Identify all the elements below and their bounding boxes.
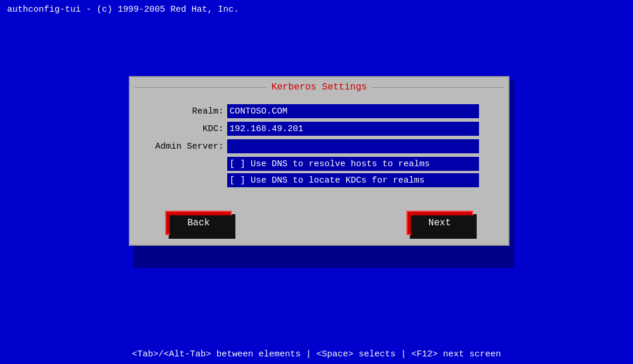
buttons-row: Back Next (130, 201, 508, 245)
back-button[interactable]: Back (165, 211, 232, 235)
realm-input[interactable] (227, 104, 479, 118)
next-button[interactable]: Next (406, 211, 473, 235)
dns-locate-label[interactable]: [ ] Use DNS to locate KDCs for realms (227, 173, 479, 187)
title-text: authconfig-tui - (c) 1999-2005 Red Hat, … (7, 5, 239, 15)
dialog-title-bar: Kerberos Settings (130, 77, 508, 95)
admin-server-input[interactable] (227, 139, 479, 153)
admin-server-label: Admin Server: (142, 142, 224, 152)
status-text: <Tab>/<Alt-Tab> between elements | <Spac… (132, 349, 501, 359)
title-left-dash (135, 87, 266, 88)
status-bar: <Tab>/<Alt-Tab> between elements | <Spac… (0, 345, 633, 364)
dialog-title: Kerberos Settings (271, 82, 367, 92)
kdc-input[interactable] (227, 122, 479, 136)
kdc-row: KDC: (142, 122, 497, 136)
back-button-wrapper: Back (165, 211, 232, 235)
dns-locate-row[interactable]: [ ] Use DNS to locate KDCs for realms (227, 173, 497, 187)
realm-label: Realm: (142, 107, 224, 116)
dns-resolve-label[interactable]: [ ] Use DNS to resolve hosts to realms (227, 157, 479, 171)
kdc-label: KDC: (142, 124, 224, 134)
title-bar: authconfig-tui - (c) 1999-2005 Red Hat, … (0, 0, 633, 19)
dialog-body: Realm: KDC: Admin Server: [ ] Use DNS to… (130, 95, 508, 201)
dialog: Kerberos Settings Realm: KDC: Admin Serv… (129, 76, 509, 246)
next-button-wrapper: Next (406, 211, 473, 235)
realm-row: Realm: (142, 104, 497, 118)
admin-server-row: Admin Server: (142, 139, 497, 153)
title-right-dash (372, 87, 504, 88)
dns-resolve-row[interactable]: [ ] Use DNS to resolve hosts to realms (227, 157, 497, 171)
